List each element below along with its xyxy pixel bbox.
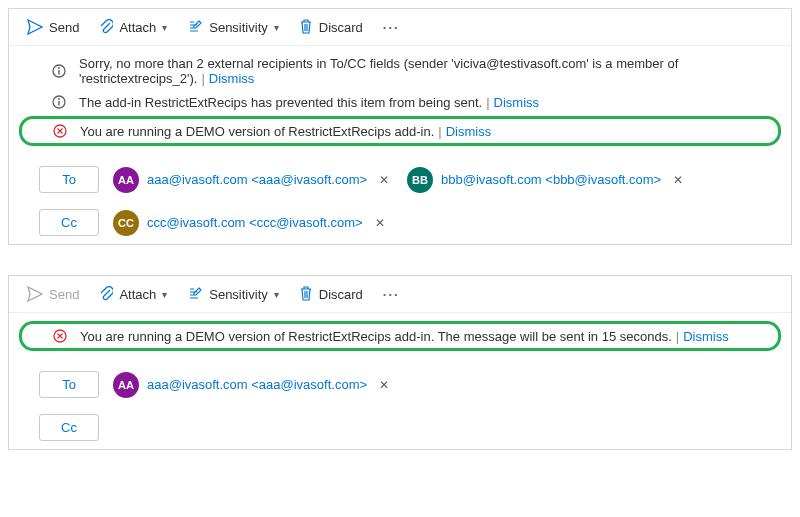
notice-text: The add-in RestrictExtRecips has prevent… bbox=[79, 95, 539, 110]
more-button[interactable]: ··· bbox=[375, 16, 408, 39]
chevron-down-icon: ▾ bbox=[274, 22, 279, 33]
dismiss-link[interactable]: Dismiss bbox=[494, 95, 540, 110]
chevron-down-icon: ▾ bbox=[162, 22, 167, 33]
avatar: AA bbox=[113, 167, 139, 193]
send-label: Send bbox=[49, 20, 79, 35]
compose-toolbar: Send Attach ▾ Sensitivity ▾ Discard ··· bbox=[9, 9, 791, 46]
send-label: Send bbox=[49, 287, 79, 302]
chevron-down-icon: ▾ bbox=[162, 289, 167, 300]
trash-icon bbox=[299, 19, 313, 35]
discard-label: Discard bbox=[319, 287, 363, 302]
recipient-text: bbb@ivasoft.com <bbb@ivasoft.com> bbox=[441, 172, 661, 187]
avatar: CC bbox=[113, 210, 139, 236]
compose-toolbar: Send Attach ▾ Sensitivity ▾ Discard ··· bbox=[9, 276, 791, 313]
avatar: AA bbox=[113, 372, 139, 398]
compose-pane-2: Send Attach ▾ Sensitivity ▾ Discard ··· … bbox=[8, 275, 792, 450]
trash-icon bbox=[299, 286, 313, 302]
info-icon bbox=[51, 63, 67, 79]
send-icon bbox=[27, 286, 43, 302]
svg-point-4 bbox=[58, 98, 60, 100]
recipient-chip[interactable]: AA aaa@ivasoft.com <aaa@ivasoft.com> ✕ bbox=[113, 372, 393, 398]
notice-info: The add-in RestrictExtRecips has prevent… bbox=[9, 90, 791, 114]
info-icon bbox=[51, 94, 67, 110]
send-icon bbox=[27, 19, 43, 35]
recipient-chip[interactable]: CC ccc@ivasoft.com <ccc@ivasoft.com> ✕ bbox=[113, 210, 389, 236]
notice-info: Sorry, no more than 2 external recipient… bbox=[9, 52, 791, 90]
attach-label: Attach bbox=[119, 287, 156, 302]
to-row: To AA aaa@ivasoft.com <aaa@ivasoft.com> … bbox=[9, 158, 791, 201]
svg-point-1 bbox=[58, 67, 60, 69]
remove-recipient-icon[interactable]: ✕ bbox=[375, 378, 393, 392]
avatar: BB bbox=[407, 167, 433, 193]
attach-button[interactable]: Attach ▾ bbox=[91, 15, 175, 39]
remove-recipient-icon[interactable]: ✕ bbox=[375, 173, 393, 187]
recipient-text: aaa@ivasoft.com <aaa@ivasoft.com> bbox=[147, 172, 367, 187]
svg-rect-2 bbox=[58, 70, 59, 75]
sensitivity-label: Sensitivity bbox=[209, 20, 268, 35]
notice-area: Sorry, no more than 2 external recipient… bbox=[9, 46, 791, 158]
cc-row: Cc bbox=[9, 406, 791, 449]
error-icon bbox=[52, 123, 68, 139]
notice-text: You are running a DEMO version of Restri… bbox=[80, 124, 491, 139]
sensitivity-button[interactable]: Sensitivity ▾ bbox=[179, 282, 287, 306]
notice-error-highlighted: You are running a DEMO version of Restri… bbox=[19, 116, 781, 146]
cc-button[interactable]: Cc bbox=[39, 209, 99, 236]
paperclip-icon bbox=[99, 19, 113, 35]
chevron-down-icon: ▾ bbox=[274, 289, 279, 300]
attach-label: Attach bbox=[119, 20, 156, 35]
sensitivity-label: Sensitivity bbox=[209, 287, 268, 302]
sensitivity-icon bbox=[187, 19, 203, 35]
discard-button[interactable]: Discard bbox=[291, 15, 371, 39]
recipient-chip[interactable]: BB bbb@ivasoft.com <bbb@ivasoft.com> ✕ bbox=[407, 167, 687, 193]
dismiss-link[interactable]: Dismiss bbox=[446, 124, 492, 139]
svg-rect-5 bbox=[58, 101, 59, 106]
notice-error-highlighted: You are running a DEMO version of Restri… bbox=[19, 321, 781, 351]
more-button[interactable]: ··· bbox=[375, 283, 408, 306]
notice-text: You are running a DEMO version of Restri… bbox=[80, 329, 729, 344]
sensitivity-button[interactable]: Sensitivity ▾ bbox=[179, 15, 287, 39]
discard-button[interactable]: Discard bbox=[291, 282, 371, 306]
error-icon bbox=[52, 328, 68, 344]
remove-recipient-icon[interactable]: ✕ bbox=[669, 173, 687, 187]
cc-row: Cc CC ccc@ivasoft.com <ccc@ivasoft.com> … bbox=[9, 201, 791, 244]
attach-button[interactable]: Attach ▾ bbox=[91, 282, 175, 306]
cc-button[interactable]: Cc bbox=[39, 414, 99, 441]
paperclip-icon bbox=[99, 286, 113, 302]
recipient-chip[interactable]: AA aaa@ivasoft.com <aaa@ivasoft.com> ✕ bbox=[113, 167, 393, 193]
send-button: Send bbox=[19, 282, 87, 306]
compose-pane-1: Send Attach ▾ Sensitivity ▾ Discard ··· … bbox=[8, 8, 792, 245]
dismiss-link[interactable]: Dismiss bbox=[209, 71, 255, 86]
discard-label: Discard bbox=[319, 20, 363, 35]
remove-recipient-icon[interactable]: ✕ bbox=[371, 216, 389, 230]
send-button[interactable]: Send bbox=[19, 15, 87, 39]
to-button[interactable]: To bbox=[39, 371, 99, 398]
to-row: To AA aaa@ivasoft.com <aaa@ivasoft.com> … bbox=[9, 363, 791, 406]
sensitivity-icon bbox=[187, 286, 203, 302]
dismiss-link[interactable]: Dismiss bbox=[683, 329, 729, 344]
recipient-text: aaa@ivasoft.com <aaa@ivasoft.com> bbox=[147, 377, 367, 392]
recipient-text: ccc@ivasoft.com <ccc@ivasoft.com> bbox=[147, 215, 363, 230]
notice-area: You are running a DEMO version of Restri… bbox=[9, 313, 791, 363]
to-button[interactable]: To bbox=[39, 166, 99, 193]
notice-text: Sorry, no more than 2 external recipient… bbox=[79, 56, 775, 86]
